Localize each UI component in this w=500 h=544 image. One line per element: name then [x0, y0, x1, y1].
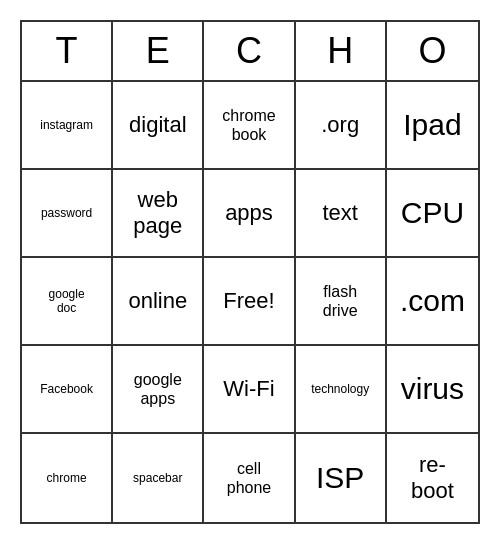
cell-text: google doc — [49, 287, 85, 316]
bingo-cell[interactable]: .com — [387, 258, 478, 346]
cell-text: Free! — [223, 288, 274, 314]
cell-text: Ipad — [403, 107, 461, 143]
cell-text: google apps — [134, 370, 182, 408]
cell-text: text — [322, 200, 357, 226]
cell-text: flash drive — [323, 282, 358, 320]
bingo-header: TECHO — [22, 22, 478, 82]
cell-text: instagram — [40, 118, 93, 132]
cell-text: cell phone — [227, 459, 272, 497]
cell-text: chrome book — [222, 106, 275, 144]
cell-text: apps — [225, 200, 273, 226]
cell-text: CPU — [401, 195, 464, 231]
bingo-cell[interactable]: password — [22, 170, 113, 258]
header-letter: T — [22, 22, 113, 80]
cell-text: virus — [401, 371, 464, 407]
bingo-grid: instagramdigitalchrome book.orgIpadpassw… — [22, 82, 478, 522]
cell-text: Wi-Fi — [223, 376, 274, 402]
bingo-cell[interactable]: apps — [204, 170, 295, 258]
cell-text: password — [41, 206, 92, 220]
bingo-cell[interactable]: re- boot — [387, 434, 478, 522]
cell-text: chrome — [47, 471, 87, 485]
bingo-cell[interactable]: web page — [113, 170, 204, 258]
bingo-cell[interactable]: instagram — [22, 82, 113, 170]
bingo-cell[interactable]: technology — [296, 346, 387, 434]
bingo-cell[interactable]: google doc — [22, 258, 113, 346]
bingo-cell[interactable]: virus — [387, 346, 478, 434]
header-letter: H — [296, 22, 387, 80]
bingo-cell[interactable]: Free! — [204, 258, 295, 346]
cell-text: Facebook — [40, 382, 93, 396]
bingo-cell[interactable]: Facebook — [22, 346, 113, 434]
cell-text: spacebar — [133, 471, 182, 485]
bingo-cell[interactable]: flash drive — [296, 258, 387, 346]
bingo-cell[interactable]: spacebar — [113, 434, 204, 522]
cell-text: online — [128, 288, 187, 314]
bingo-cell[interactable]: chrome book — [204, 82, 295, 170]
bingo-cell[interactable]: Ipad — [387, 82, 478, 170]
bingo-card: TECHO instagramdigitalchrome book.orgIpa… — [20, 20, 480, 524]
bingo-cell[interactable]: online — [113, 258, 204, 346]
header-letter: O — [387, 22, 478, 80]
bingo-cell[interactable]: chrome — [22, 434, 113, 522]
bingo-cell[interactable]: google apps — [113, 346, 204, 434]
cell-text: .com — [400, 283, 465, 319]
header-letter: E — [113, 22, 204, 80]
cell-text: web page — [133, 187, 182, 240]
cell-text: ISP — [316, 460, 364, 496]
bingo-cell[interactable]: digital — [113, 82, 204, 170]
cell-text: .org — [321, 112, 359, 138]
bingo-cell[interactable]: cell phone — [204, 434, 295, 522]
header-letter: C — [204, 22, 295, 80]
bingo-cell[interactable]: CPU — [387, 170, 478, 258]
bingo-cell[interactable]: ISP — [296, 434, 387, 522]
bingo-cell[interactable]: Wi-Fi — [204, 346, 295, 434]
bingo-cell[interactable]: text — [296, 170, 387, 258]
cell-text: digital — [129, 112, 186, 138]
cell-text: technology — [311, 382, 369, 396]
bingo-cell[interactable]: .org — [296, 82, 387, 170]
cell-text: re- boot — [411, 452, 454, 505]
